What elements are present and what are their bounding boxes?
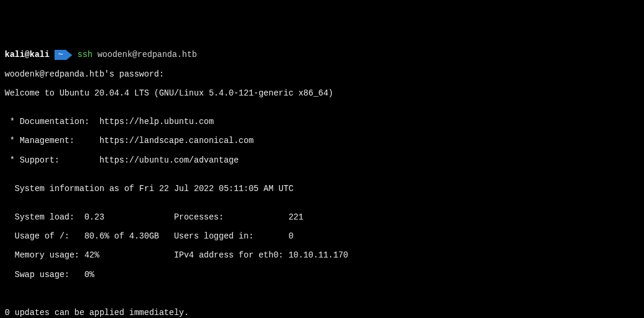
- local-user-host: kali@kali: [5, 50, 50, 59]
- path-arrow-right-icon: [66, 50, 72, 60]
- password-prompt: woodenk@redpanda.htb's password:: [5, 69, 639, 79]
- updates-line: 0 updates can be applied immediately.: [5, 308, 639, 317]
- sysinfo-row: System load: 0.23 Processes: 221: [5, 212, 639, 222]
- local-path: ~: [58, 50, 63, 59]
- sysinfo-row: Memory usage: 42% IPv4 address for eth0:…: [5, 250, 639, 260]
- mgmt-line: * Management: https://landscape.canonica…: [5, 136, 639, 145]
- terminal-output[interactable]: kali@kali ~ ssh woodenk@redpanda.htb woo…: [5, 40, 639, 318]
- sysinfo-header: System information as of Fri 22 Jul 2022…: [5, 184, 639, 193]
- local-prompt-line: kali@kali ~ ssh woodenk@redpanda.htb: [5, 50, 639, 59]
- sysinfo-row: Usage of /: 80.6% of 4.30GB Users logged…: [5, 231, 639, 241]
- path-segment: ~: [55, 50, 66, 59]
- welcome-line: Welcome to Ubuntu 20.04.4 LTS (GNU/Linux…: [5, 88, 639, 98]
- doc-line: * Documentation: https://help.ubuntu.com: [5, 117, 639, 126]
- support-line: * Support: https://ubuntu.com/advantage: [5, 155, 639, 165]
- command-name: ssh: [78, 50, 92, 59]
- command-arg: woodenk@redpanda.htb: [97, 50, 197, 59]
- sysinfo-row: Swap usage: 0%: [5, 270, 639, 279]
